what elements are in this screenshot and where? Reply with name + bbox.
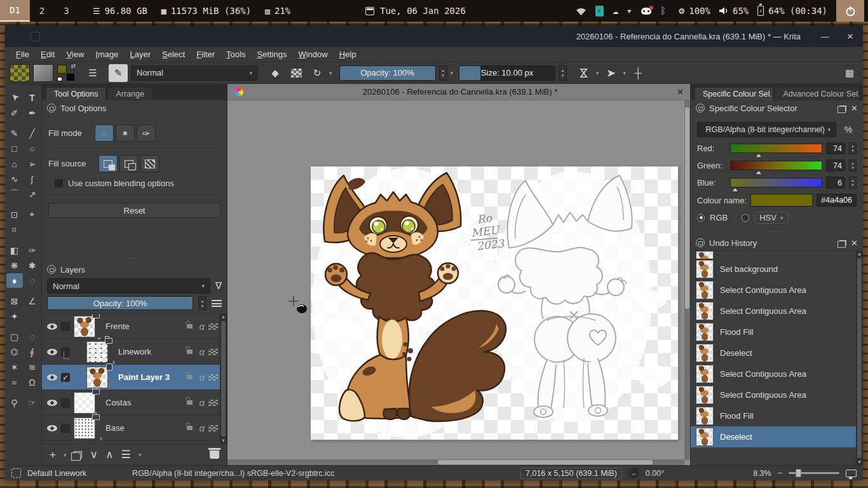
green-value[interactable]: 74 (826, 159, 845, 172)
preserve-alpha-button[interactable] (287, 64, 305, 82)
scroll-down-icon[interactable]: ▼ (221, 438, 226, 444)
chevron-down-icon[interactable]: ▾ (623, 70, 627, 76)
menu-filter[interactable]: Filter (191, 48, 220, 60)
alpha-icon[interactable]: α (199, 372, 205, 383)
bezier-curve-tool[interactable]: ∿ (6, 172, 23, 186)
visibility-icon[interactable] (47, 323, 57, 330)
freehand-brush-tool[interactable]: ✎ (6, 126, 23, 140)
layer-checkbox[interactable] (61, 322, 70, 331)
brush-presets-button[interactable]: ☰ (84, 64, 102, 82)
alpha-icon[interactable]: α (199, 423, 205, 433)
close-docker-icon[interactable]: ✕ (851, 238, 858, 248)
fill-background-button[interactable] (119, 155, 139, 172)
scrollbar-thumb[interactable] (685, 107, 689, 309)
canvas-page[interactable]: Ro MEU 2023 (311, 166, 678, 440)
layer-checkbox[interactable] (61, 398, 70, 407)
custom-blending-checkbox[interactable] (55, 179, 63, 187)
fill-tool[interactable]: ♦ (6, 273, 23, 288)
polygon-select-tool[interactable]: ⌬ (6, 344, 23, 359)
brush-editor-button[interactable]: ✎ (109, 64, 128, 82)
menu-select[interactable]: Select (156, 48, 191, 60)
undo-item[interactable]: Select Contiguous Area (691, 301, 863, 322)
scroll-up-icon[interactable]: ▲ (221, 314, 226, 320)
telegram-icon[interactable]: ➤ (626, 6, 634, 15)
scroll-up-icon[interactable]: ▲ (857, 251, 862, 257)
chevron-down-icon[interactable]: ▾ (329, 70, 332, 76)
pan-tool[interactable]: ☞ (24, 395, 41, 410)
delete-layer-button[interactable] (210, 451, 219, 459)
inherit-alpha-icon[interactable] (208, 323, 218, 330)
dynamic-brush-tool[interactable]: ⌒ (6, 187, 23, 201)
chevron-down-icon[interactable]: ▾ (139, 452, 142, 458)
undo-item[interactable]: Flood Fill (691, 405, 863, 426)
visibility-icon[interactable] (47, 349, 57, 355)
background-color[interactable] (66, 73, 75, 81)
red-slider[interactable] (730, 144, 822, 153)
fill-similar-button[interactable]: ✑ (137, 125, 156, 142)
menu-view[interactable]: View (60, 48, 90, 60)
ellipse-select-tool[interactable]: ◌ (24, 329, 41, 344)
fit-screen-icon[interactable] (846, 470, 857, 477)
layers-menu-icon[interactable] (212, 300, 222, 307)
discord-icon[interactable] (641, 8, 651, 15)
hsv-radio[interactable] (742, 214, 749, 222)
percent-toggle[interactable]: % (840, 125, 857, 135)
opacity-spinner[interactable]: ▴▾ (439, 65, 447, 81)
workspace-indicator-1[interactable]: D1 (0, 0, 30, 22)
alpha-icon[interactable]: α (199, 346, 205, 357)
lock-docker-icon[interactable] (696, 104, 705, 112)
freehand-path-tool[interactable]: ∫ (24, 172, 41, 186)
visibility-icon[interactable] (47, 425, 57, 431)
canvas-rotation-icon[interactable]: ↔ (628, 468, 639, 478)
pattern-swatch[interactable] (10, 64, 30, 82)
scroll-down-icon[interactable]: ▼ (857, 459, 862, 465)
lock-icon[interactable] (187, 400, 193, 405)
float-docker-icon[interactable] (839, 240, 846, 246)
default-colors[interactable] (57, 77, 62, 81)
smart-patch-tool[interactable]: ✱ (24, 258, 41, 273)
blending-mode-combo[interactable]: Normal ▾ (131, 65, 258, 81)
add-layer-button[interactable]: + (50, 449, 56, 461)
menu-edit[interactable]: Edit (35, 48, 60, 60)
colour-hex-field[interactable]: #4a4a06 (817, 194, 857, 207)
lock-icon[interactable] (187, 324, 193, 329)
visibility-icon[interactable] (47, 400, 57, 406)
minimize-button[interactable]: — (812, 25, 837, 47)
volume[interactable]: 65% (719, 6, 749, 16)
blue-value[interactable]: 6 (826, 177, 845, 189)
bluetooth-icon[interactable]: ᛒ (660, 6, 666, 16)
fill-selection-button[interactable]: ◌ (95, 125, 114, 142)
menu-tools[interactable]: Tools (220, 48, 251, 60)
chevron-down-icon[interactable]: ⌄ (96, 334, 102, 339)
inherit-alpha-icon[interactable] (208, 400, 218, 406)
bezier-select-tool[interactable]: ≈ (6, 375, 23, 390)
similar-select-tool[interactable]: ≋ (24, 360, 41, 374)
workspace-indicator-3[interactable]: 3 (54, 0, 78, 22)
colorspace-combo[interactable]: RGB/Alpha (8-bit integer/channel) ▾ (697, 122, 836, 137)
gradient-swatch[interactable] (33, 64, 53, 82)
mirror-horizontal-button[interactable]: ⋈ (575, 64, 593, 82)
layer-checkbox[interactable] (61, 424, 70, 433)
calligraphy-tool[interactable]: ✒ (24, 105, 41, 120)
red-spinner[interactable]: ▴▾ (849, 142, 857, 154)
eraser-mode-button[interactable]: ◆ (266, 64, 284, 82)
fill-pattern-button[interactable] (140, 155, 159, 172)
layer-row-costas[interactable]: Costas α (42, 390, 227, 416)
blue-spinner[interactable]: ▴▾ (849, 177, 857, 189)
wrap-around-button[interactable]: ┼ (629, 64, 647, 82)
rectangle-tool[interactable]: □ (6, 141, 23, 156)
inherit-alpha-icon[interactable] (208, 374, 218, 381)
zoom-slider[interactable] (789, 472, 839, 474)
lock-docker-icon[interactable] (47, 265, 56, 274)
move-tool[interactable]: ⌖ (24, 207, 41, 222)
red-value[interactable]: 74 (826, 142, 845, 154)
brush-size-slider[interactable]: Size: 10.00 px (459, 65, 555, 81)
lock-icon[interactable] (187, 349, 193, 354)
reset-button[interactable]: Reset (48, 203, 220, 218)
scrollbar-thumb[interactable] (438, 460, 653, 464)
lock-icon[interactable] (187, 375, 193, 379)
line-tool[interactable]: ╱ (24, 126, 41, 140)
chevron-down-icon[interactable]: ▾ (451, 70, 454, 76)
window-titlebar[interactable]: 20260106 - Referencia do Cannella.kra (6… (5, 25, 863, 47)
rgb-radio[interactable] (697, 214, 705, 222)
